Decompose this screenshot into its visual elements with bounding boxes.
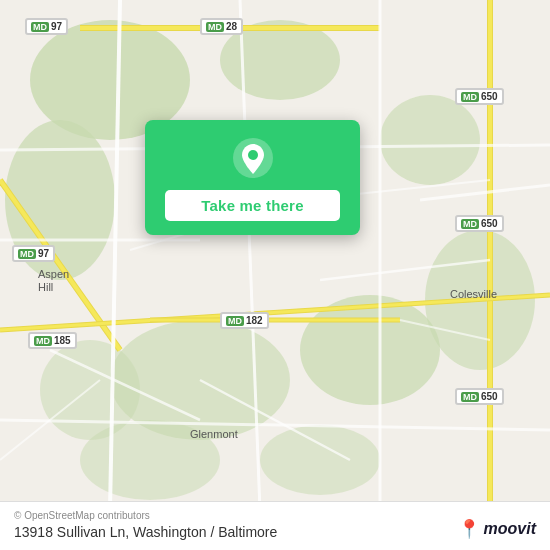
moovit-logo-text: moovit — [484, 520, 536, 538]
map-container: MD97 MD28 MD650 MD650 MD650 MD97 MD185 M… — [0, 0, 550, 550]
moovit-pin-icon: 📍 — [458, 518, 480, 540]
place-label-glenmont: Glenmont — [190, 428, 238, 441]
route-badge-md185: MD185 — [28, 332, 77, 349]
popup-card: Take me there — [145, 120, 360, 235]
map-svg — [0, 0, 550, 510]
route-badge-md28: MD28 — [200, 18, 243, 35]
pin-icon — [231, 136, 275, 180]
route-badge-md650-mid: MD650 — [455, 215, 504, 232]
place-label-colesville: Colesville — [450, 288, 497, 301]
route-badge-md97-left: MD97 — [12, 245, 55, 262]
take-me-there-button[interactable]: Take me there — [165, 190, 340, 221]
moovit-logo: 📍 moovit — [458, 518, 536, 540]
route-badge-md182: MD182 — [220, 312, 269, 329]
route-badge-md650-bot: MD650 — [455, 388, 504, 405]
svg-point-9 — [260, 425, 380, 495]
svg-point-36 — [248, 150, 258, 160]
svg-point-4 — [380, 95, 480, 185]
route-badge-md650-top: MD650 — [455, 88, 504, 105]
route-badge-md97-top: MD97 — [25, 18, 68, 35]
place-label-aspen-hill: AspenHill — [38, 268, 69, 294]
svg-point-10 — [40, 340, 140, 440]
